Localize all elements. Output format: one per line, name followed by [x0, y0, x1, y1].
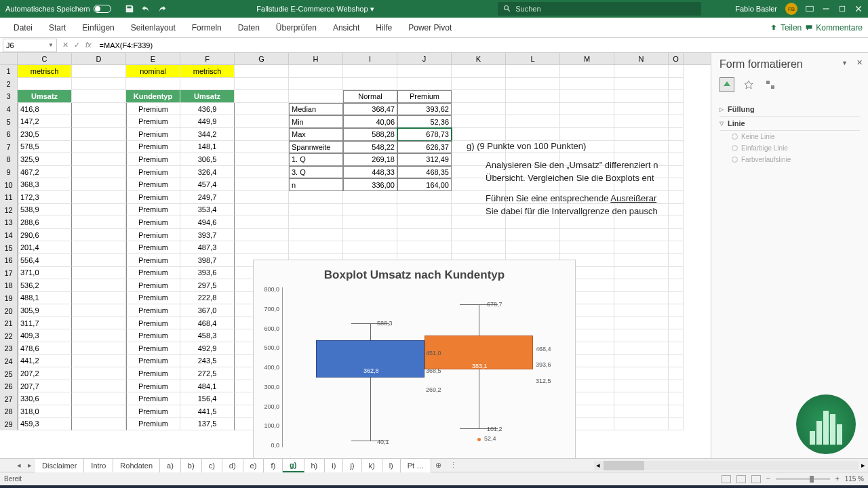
- cell[interactable]: Premium: [126, 304, 180, 317]
- col-header-L[interactable]: L: [506, 53, 560, 64]
- fill-section[interactable]: ▷Füllung: [719, 102, 860, 117]
- cell[interactable]: [235, 191, 289, 204]
- cell[interactable]: [669, 418, 684, 431]
- cell[interactable]: Kundentyp: [126, 90, 180, 103]
- tab-einfuegen[interactable]: Einfügen: [74, 18, 122, 38]
- sheet-tab[interactable]: f): [264, 459, 283, 472]
- row-header[interactable]: 26: [0, 380, 18, 393]
- row-header[interactable]: 2: [0, 78, 18, 91]
- tab-seitenlayout[interactable]: Seitenlayout: [123, 18, 184, 38]
- cell[interactable]: Median: [289, 103, 343, 116]
- cell[interactable]: [614, 241, 669, 254]
- cell[interactable]: [72, 304, 126, 317]
- tab-ansicht[interactable]: Ansicht: [325, 18, 368, 38]
- formula-input[interactable]: =MAX(F4:F339): [97, 41, 868, 49]
- sheet-tab[interactable]: k): [362, 459, 382, 472]
- cell[interactable]: Premium: [126, 241, 180, 254]
- pane-options-icon[interactable]: ▼: [842, 60, 848, 66]
- cell[interactable]: [614, 103, 669, 116]
- autosave-toggle[interactable]: Automatisches Speichern: [5, 5, 111, 13]
- cell[interactable]: 147,2: [18, 115, 72, 128]
- cell[interactable]: 678,73: [397, 128, 452, 141]
- cell[interactable]: [235, 78, 289, 91]
- cell[interactable]: [72, 141, 126, 154]
- row-header[interactable]: 4: [0, 103, 18, 116]
- cell[interactable]: [506, 229, 560, 242]
- cell[interactable]: [72, 241, 126, 254]
- cell[interactable]: 371,0: [18, 267, 72, 280]
- cell[interactable]: 311,7: [18, 317, 72, 330]
- row-header[interactable]: 6: [0, 128, 18, 141]
- cell[interactable]: [669, 292, 684, 305]
- cell[interactable]: [614, 65, 669, 78]
- cell[interactable]: [72, 367, 126, 380]
- cell[interactable]: [72, 204, 126, 217]
- cell[interactable]: 297,5: [180, 279, 235, 292]
- cancel-icon[interactable]: ✕: [62, 41, 68, 49]
- sheet-tab[interactable]: i): [325, 459, 343, 472]
- sheet-tab[interactable]: j): [343, 459, 361, 472]
- cell[interactable]: Premium: [126, 254, 180, 267]
- maximize-icon[interactable]: [838, 5, 846, 13]
- row-header[interactable]: 13: [0, 216, 18, 229]
- cell[interactable]: [560, 115, 614, 128]
- zoom-level[interactable]: 115 %: [845, 475, 864, 483]
- cell[interactable]: [560, 216, 614, 229]
- cell[interactable]: Premium: [126, 367, 180, 380]
- row-header[interactable]: 7: [0, 141, 18, 154]
- cell[interactable]: 288,6: [18, 216, 72, 229]
- row-header[interactable]: 29: [0, 418, 18, 431]
- cell[interactable]: [614, 115, 669, 128]
- cell[interactable]: [614, 229, 669, 242]
- cell[interactable]: [397, 191, 452, 204]
- cell[interactable]: 336,00: [343, 178, 397, 191]
- sheet-tab[interactable]: d): [222, 459, 243, 472]
- row-header[interactable]: 21: [0, 317, 18, 330]
- cell[interactable]: [289, 229, 343, 242]
- col-header-E[interactable]: E: [126, 53, 180, 64]
- col-header-C[interactable]: C: [18, 53, 72, 64]
- row-header[interactable]: 23: [0, 342, 18, 355]
- cell[interactable]: [669, 103, 684, 116]
- sheet-tab[interactable]: h): [304, 459, 326, 472]
- row-header[interactable]: 19: [0, 292, 18, 305]
- cell[interactable]: [506, 90, 560, 103]
- view-break-icon[interactable]: [751, 475, 761, 483]
- cell[interactable]: 353,4: [180, 204, 235, 217]
- zoom-slider[interactable]: [776, 478, 830, 480]
- redo-icon[interactable]: [157, 4, 167, 14]
- cell[interactable]: Premium: [126, 279, 180, 292]
- cell[interactable]: [669, 329, 684, 342]
- cell[interactable]: [452, 103, 506, 116]
- cell[interactable]: 330,6: [18, 392, 72, 405]
- col-header-K[interactable]: K: [452, 53, 506, 64]
- cell[interactable]: Premium: [126, 355, 180, 368]
- cell[interactable]: [126, 78, 180, 91]
- cell[interactable]: 207,7: [18, 380, 72, 393]
- cell[interactable]: [289, 65, 343, 78]
- cell[interactable]: Premium: [397, 90, 452, 103]
- cell[interactable]: [72, 418, 126, 431]
- sheet-tab[interactable]: b): [181, 459, 202, 472]
- sheet-tab[interactable]: c): [202, 459, 222, 472]
- cell[interactable]: 164,00: [397, 178, 452, 191]
- cell[interactable]: 201,4: [18, 241, 72, 254]
- save-icon[interactable]: [125, 4, 134, 14]
- cell[interactable]: 458,3: [180, 329, 235, 342]
- cell[interactable]: [669, 279, 684, 292]
- cell[interactable]: Premium: [126, 166, 180, 179]
- cell[interactable]: [235, 153, 289, 166]
- row-header[interactable]: 1: [0, 65, 18, 78]
- cell[interactable]: 538,9: [18, 204, 72, 217]
- tab-start[interactable]: Start: [41, 18, 74, 38]
- col-header-F[interactable]: F: [180, 53, 235, 64]
- cell[interactable]: 441,2: [18, 355, 72, 368]
- line-solid[interactable]: Einfarbige Linie: [719, 142, 860, 154]
- cell[interactable]: [72, 279, 126, 292]
- sheet-tab[interactable]: g): [283, 459, 304, 472]
- cell[interactable]: 306,5: [180, 153, 235, 166]
- col-header-N[interactable]: N: [614, 53, 669, 64]
- cell[interactable]: [669, 229, 684, 242]
- cell[interactable]: [235, 128, 289, 141]
- name-box[interactable]: J6▼: [3, 39, 57, 52]
